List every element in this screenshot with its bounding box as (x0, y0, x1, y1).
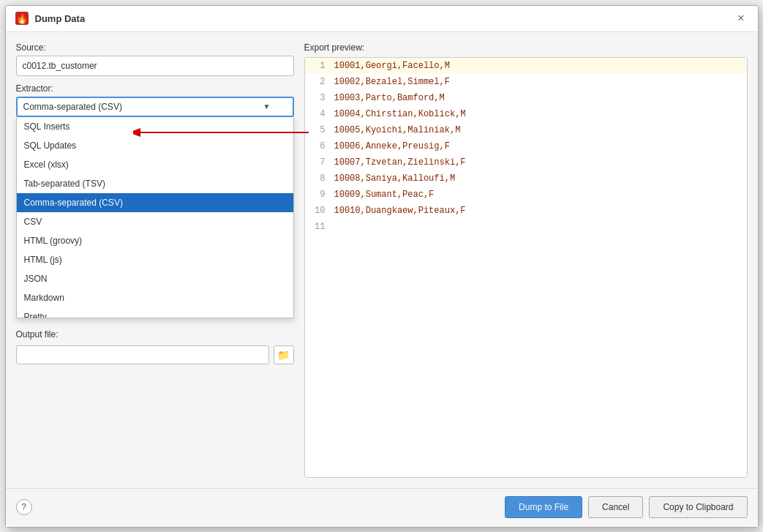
folder-icon: 📁 (277, 349, 290, 361)
line-content-3: 10003,Parto,Bamford,M (334, 91, 445, 105)
footer-right: Dump to File Cancel Copy to Clipboard (505, 496, 747, 518)
extractor-select[interactable]: Comma-separated (CSV) ▼ (16, 97, 294, 117)
line-content-9: 10009,Sumant,Peac,F (334, 188, 435, 201)
output-label: Output file: (16, 329, 294, 340)
preview-line-11: 11 (305, 219, 747, 235)
dialog-body: Source: Extractor: Comma-separated (CSV)… (6, 32, 758, 488)
dropdown-item-sql-updates[interactable]: SQL Updates (17, 136, 293, 155)
line-content-5: 10005,Kyoichi,Maliniak,M (334, 124, 461, 137)
title-bar-left: 🔥 Dump Data (15, 11, 86, 26)
preview-line-5: 5 10005,Kyoichi,Maliniak,M (305, 122, 747, 138)
line-number-3: 3 (305, 91, 334, 105)
dropdown-item-sql-inserts[interactable]: SQL Inserts (17, 117, 293, 136)
preview-line-6: 6 10006,Anneke,Preusig,F (305, 138, 747, 154)
output-inline: 📁 (16, 345, 294, 364)
extractor-select-wrapper: Comma-separated (CSV) ▼ SQL Inserts SQL … (16, 97, 294, 117)
right-panel: Export preview: 1 10001,Georgi,Facello,M… (304, 42, 748, 478)
dropdown-item-json[interactable]: JSON (17, 269, 293, 288)
chevron-down-icon: ▼ (263, 102, 271, 110)
footer-left: ? (16, 499, 32, 515)
line-number-6: 6 (305, 140, 334, 153)
preview-line-7: 7 10007,Tzvetan,Zielinski,F (305, 154, 747, 171)
line-content-7: 10007,Tzvetan,Zielinski,F (334, 156, 466, 169)
line-content-10: 10010,Duangkaew,Piteaux,F (334, 204, 466, 217)
line-number-8: 8 (305, 172, 334, 185)
preview-line-1: 1 10001,Georgi,Facello,M (305, 58, 747, 74)
output-file-input[interactable] (16, 345, 269, 364)
export-preview-label: Export preview: (304, 42, 748, 53)
dropdown-item-csv-comma[interactable]: Comma-separated (CSV) (17, 193, 293, 212)
line-content-6: 10006,Anneke,Preusig,F (334, 140, 450, 153)
dropdown-item-csv[interactable]: CSV (17, 212, 293, 231)
output-file-group: Output file: 📁 (16, 329, 294, 364)
dialog-title: Dump Data (35, 13, 86, 24)
dropdown-item-pretty[interactable]: Pretty... (17, 307, 293, 318)
help-button[interactable]: ? (16, 499, 32, 515)
preview-line-3: 3 10003,Parto,Bamford,M (305, 90, 747, 106)
dropdown-item-html-groovy[interactable]: HTML (groovy) (17, 231, 293, 250)
preview-line-10: 10 10010,Duangkaew,Piteaux,F (305, 203, 747, 219)
line-content-4: 10004,Chirstian,Koblick,M (334, 108, 466, 121)
line-number-1: 1 (305, 59, 334, 72)
line-content-1: 10001,Georgi,Facello,M (334, 59, 450, 72)
line-number-10: 10 (305, 204, 334, 217)
line-number-9: 9 (305, 188, 334, 201)
dump-data-dialog: 🔥 Dump Data × Source: Extractor: Comma-s… (5, 5, 759, 528)
extractor-dropdown: SQL Inserts SQL Updates Excel (xlsx) Tab… (16, 117, 294, 318)
cancel-button[interactable]: Cancel (588, 496, 643, 518)
title-bar: 🔥 Dump Data × (6, 6, 758, 32)
browse-folder-button[interactable]: 📁 (274, 345, 294, 364)
footer: ? Dump to File Cancel Copy to Clipboard (6, 488, 758, 527)
svg-text:🔥: 🔥 (16, 12, 29, 25)
line-number-11: 11 (305, 220, 334, 233)
dropdown-item-excel[interactable]: Excel (xlsx) (17, 155, 293, 174)
line-content-2: 10002,Bezalel,Simmel,F (334, 75, 450, 89)
line-number-7: 7 (305, 156, 334, 169)
app-icon: 🔥 (15, 11, 29, 26)
dropdown-item-markdown[interactable]: Markdown (17, 288, 293, 307)
line-number-5: 5 (305, 124, 334, 137)
preview-line-2: 2 10002,Bezalel,Simmel,F (305, 74, 747, 90)
source-input[interactable] (16, 56, 294, 76)
close-button[interactable]: × (733, 10, 748, 26)
extractor-label: Extractor: (16, 83, 294, 94)
export-preview-area: 1 10001,Georgi,Facello,M 2 10002,Bezalel… (304, 57, 748, 478)
left-panel: Source: Extractor: Comma-separated (CSV)… (16, 42, 294, 478)
preview-line-8: 8 10008,Saniya,Kalloufi,M (305, 171, 747, 187)
extractor-selected-value: Comma-separated (CSV) (23, 102, 122, 112)
line-number-2: 2 (305, 75, 334, 89)
dropdown-item-tsv[interactable]: Tab-separated (TSV) (17, 174, 293, 193)
preview-line-9: 9 10009,Sumant,Peac,F (305, 187, 747, 203)
line-number-4: 4 (305, 108, 334, 121)
extractor-field-group: Extractor: Comma-separated (CSV) ▼ SQL I… (16, 83, 294, 117)
source-field-group: Source: (16, 42, 294, 76)
source-label: Source: (16, 42, 294, 53)
copy-to-clipboard-button[interactable]: Copy to Clipboard (649, 496, 747, 518)
dump-to-file-button[interactable]: Dump to File (505, 496, 582, 518)
preview-line-4: 4 10004,Chirstian,Koblick,M (305, 106, 747, 122)
dropdown-item-html-js[interactable]: HTML (js) (17, 250, 293, 269)
line-content-8: 10008,Saniya,Kalloufi,M (334, 172, 456, 185)
